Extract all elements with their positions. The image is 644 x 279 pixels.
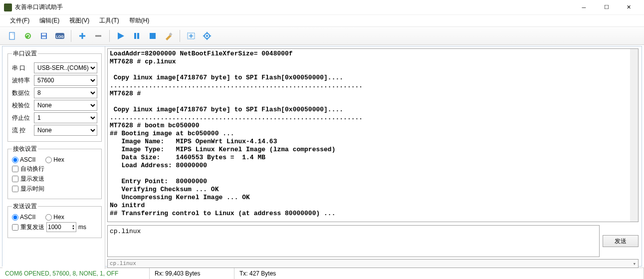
tx-hex-radio[interactable]: Hex — [45, 214, 64, 221]
start-button[interactable] — [114, 29, 128, 43]
menu-view[interactable]: 视图(V) — [64, 15, 94, 26]
svg-point-1 — [25, 33, 31, 39]
save-button[interactable] — [37, 29, 51, 43]
toolbar-separator — [180, 30, 180, 42]
send-settings-group: 发送设置 ASCII Hex 重复发送 1000▲▼ ms — [7, 202, 102, 238]
window-controls: ─ ☐ ✕ — [573, 0, 640, 14]
repeat-send-row: 重复发送 1000▲▼ ms — [12, 222, 97, 232]
baud-label: 波特率 — [12, 76, 32, 85]
port-label: 串 口 — [12, 64, 32, 72]
send-input[interactable] — [107, 225, 600, 257]
rx-ascii-radio[interactable]: ASCII — [12, 156, 35, 163]
receive-settings-group: 接收设置 ASCII Hex 自动换行 显示发送 显示时间 — [7, 145, 102, 199]
flow-label: 流 控 — [12, 126, 32, 135]
pause-button[interactable] — [130, 29, 144, 43]
status-connection: COM6 OPENED, 57600, 8, NONE, 1, OFF — [0, 268, 150, 279]
window-button[interactable] — [184, 29, 198, 43]
titlebar: 友善串口调试助手 ─ ☐ ✕ — [0, 0, 644, 15]
statusbar: COM6 OPENED, 57600, 8, NONE, 1, OFF Rx: … — [0, 268, 644, 279]
chevron-down-icon: ▾ — [633, 261, 636, 267]
sidebar: 串口设置 串 口USB-SER..(COM6) 波特率57600 数据位8 校验… — [2, 46, 105, 269]
interval-spinner[interactable]: 1000▲▼ — [46, 222, 76, 232]
toolbar-separator — [71, 30, 71, 42]
svg-rect-8 — [137, 33, 139, 39]
app-icon — [4, 3, 12, 11]
send-button[interactable]: 发送 — [603, 235, 639, 247]
databits-select[interactable]: 8 — [34, 87, 97, 98]
menu-help[interactable]: 帮助(H) — [124, 15, 155, 26]
close-button[interactable]: ✕ — [618, 0, 640, 14]
interval-unit: ms — [78, 224, 86, 231]
parity-select[interactable]: None — [34, 100, 97, 111]
port-select[interactable]: USB-SER..(COM6) — [34, 62, 97, 73]
baud-select[interactable]: 57600 — [34, 75, 97, 86]
scrollbar[interactable] — [630, 49, 638, 222]
maximize-button[interactable]: ☐ — [595, 0, 618, 14]
receive-settings-legend: 接收设置 — [12, 145, 38, 153]
svg-point-13 — [206, 35, 208, 37]
menu-tools[interactable]: 工具(T) — [94, 15, 124, 26]
show-time-checkbox[interactable]: 显示时间 — [12, 185, 97, 193]
svg-rect-7 — [134, 33, 136, 39]
tx-ascii-radio[interactable]: ASCII — [12, 214, 35, 221]
terminal-text: LoadAddr=82000000 NetBootFileXferSize= 0… — [110, 50, 636, 218]
stopbits-label: 停止位 — [12, 114, 32, 122]
status-tx: Tx: 427 Bytes — [234, 268, 644, 279]
serial-settings-group: 串口设置 串 口USB-SER..(COM6) 波特率57600 数据位8 校验… — [7, 49, 102, 142]
minimize-button[interactable]: ─ — [573, 0, 595, 14]
serial-settings-legend: 串口设置 — [12, 49, 38, 58]
flow-select[interactable]: None — [34, 125, 97, 136]
history-dropdown[interactable]: cp.linux▾ — [107, 259, 639, 268]
remove-button[interactable] — [91, 29, 105, 43]
toolbar-separator — [109, 30, 110, 42]
add-button[interactable] — [75, 29, 89, 43]
settings-button[interactable] — [200, 29, 214, 43]
content-area: LoadAddr=82000000 NetBootFileXferSize= 0… — [105, 46, 642, 269]
menu-file[interactable]: 文件(F) — [5, 15, 34, 26]
svg-rect-9 — [150, 33, 156, 39]
terminal-output[interactable]: LoadAddr=82000000 NetBootFileXferSize= 0… — [107, 48, 639, 222]
stopbits-select[interactable]: 1 — [34, 112, 97, 123]
repeat-send-label: 重复发送 — [20, 223, 44, 232]
stop-button[interactable] — [146, 29, 160, 43]
status-rx: Rx: 99,403 Bytes — [150, 268, 234, 279]
send-settings-legend: 发送设置 — [12, 202, 38, 211]
refresh-button[interactable] — [21, 29, 35, 43]
svg-rect-0 — [9, 32, 14, 39]
send-input-row: 发送 — [107, 225, 639, 257]
menubar: 文件(F) 编辑(E) 视图(V) 工具(T) 帮助(H) — [0, 15, 644, 27]
svg-rect-3 — [42, 33, 46, 35]
repeat-send-checkbox[interactable] — [12, 224, 18, 231]
databits-label: 数据位 — [12, 89, 32, 97]
clear-button[interactable] — [162, 29, 176, 43]
log-button[interactable]: LOG — [53, 29, 67, 43]
new-button[interactable] — [5, 29, 19, 43]
auto-wrap-checkbox[interactable]: 自动换行 — [12, 165, 97, 173]
main-area: 串口设置 串 口USB-SER..(COM6) 波特率57600 数据位8 校验… — [2, 46, 642, 269]
rx-hex-radio[interactable]: Hex — [45, 156, 64, 163]
window-title: 友善串口调试助手 — [15, 3, 573, 11]
svg-text:LOG: LOG — [56, 35, 64, 38]
parity-label: 校验位 — [12, 101, 32, 110]
svg-rect-4 — [42, 36, 46, 38]
toolbar: LOG — [0, 27, 644, 45]
menu-edit[interactable]: 编辑(E) — [34, 15, 64, 26]
show-send-checkbox[interactable]: 显示发送 — [12, 175, 97, 183]
